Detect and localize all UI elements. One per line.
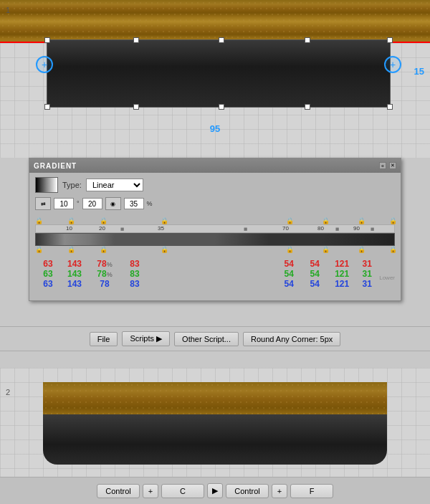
pct-symbol: % <box>147 200 153 207</box>
diamond-1: ◆ <box>119 225 127 233</box>
handle-bot-mid1[interactable] <box>133 104 139 110</box>
ctrl-btn-reverse[interactable]: ⇄ <box>35 197 51 210</box>
panel-close-btn[interactable]: ✕ <box>389 162 396 169</box>
type-row: Type: Linear Radial <box>35 177 395 193</box>
scripts-button[interactable]: Scripts ▶ <box>122 331 170 346</box>
panel-collapse-btn[interactable]: « <box>379 162 386 169</box>
round-corner-button[interactable]: Round Any Corner: 5px <box>243 332 340 346</box>
ruler-tick-0: 🔒 <box>35 217 43 224</box>
val-b1: 63 <box>35 279 61 289</box>
val-r7: 121 <box>328 259 356 269</box>
dot-overlay-top <box>0 0 430 43</box>
val-g4: 83 <box>121 269 148 279</box>
canvas-label-2: 2 <box>6 388 10 396</box>
toolbar: File Scripts ▶ Other Script... Round Any… <box>0 326 430 351</box>
row-label-lower: Lower <box>379 275 395 281</box>
circle-handle-right[interactable] <box>384 56 401 73</box>
ruler-tick-80: 🔒 <box>322 217 330 224</box>
val-b6: 54 <box>302 279 328 289</box>
val-r3: 78 <box>97 259 106 269</box>
footer-bar: Control + C ▶ Control + F <box>0 477 430 504</box>
val-g5: 54 <box>276 269 302 279</box>
color-col-1: 63 63 63 <box>35 259 61 296</box>
file-button[interactable]: File <box>90 332 118 346</box>
ruler-num-90: 90 <box>353 225 360 232</box>
ctrl1-key[interactable]: Control <box>97 484 140 498</box>
bottom-stop-row: 🔒 🔒 🔒 🔒 🔒 🔒 🔒 🔒 <box>35 246 395 256</box>
canvas-label-1: 1 <box>6 6 10 14</box>
top-stop-row: 🔒 🔒 🔒 🔒 🔒 🔒 🔒 🔒 <box>35 213 395 224</box>
val-g1: 63 <box>35 269 61 279</box>
value-field-1[interactable] <box>54 198 74 209</box>
color-values-section: 63 63 63 143 143 143 78% 78% 78 83 83 <box>35 259 395 296</box>
color-col-8: 31 31 31 <box>356 259 378 296</box>
bot-stop-0: 🔒 <box>35 246 43 253</box>
gradient-slider-area: 🔒 🔒 🔒 🔒 🔒 🔒 🔒 🔒 10 20 35 70 80 90 ◆ <box>35 213 395 256</box>
ctrl2-key[interactable]: Control <box>226 484 269 498</box>
f-key[interactable]: F <box>290 484 333 498</box>
ruler-tick-35: 🔒 <box>161 217 168 224</box>
diamond-4: ◆ <box>369 225 377 233</box>
scripts-label: Scripts <box>130 334 154 343</box>
ruler-tick-90: 🔒 <box>358 217 366 224</box>
ruler-numbers: 10 20 35 70 80 90 ◆ ◆ ◆ ◆ <box>35 224 395 233</box>
val-r6: 54 <box>302 259 328 269</box>
value-field-2[interactable] <box>124 198 144 209</box>
ruler-num-70: 70 <box>282 225 289 232</box>
gradient-preview-swatch[interactable] <box>35 177 58 193</box>
pct-r: % <box>107 261 113 268</box>
c-key[interactable]: C <box>161 484 204 498</box>
handle-bot-right[interactable] <box>387 104 393 110</box>
label-95: 95 <box>210 123 220 134</box>
handle-top-right[interactable] <box>387 37 393 43</box>
val-r5: 54 <box>276 259 302 269</box>
panel-title: GRADIENT <box>34 162 77 170</box>
handle-top-mid2[interactable] <box>219 37 224 43</box>
color-col-7: 121 121 121 <box>328 259 356 296</box>
handle-bot-mid3[interactable] <box>305 104 310 110</box>
handle-top-mid3[interactable] <box>305 37 310 43</box>
color-col-3: 78% 78% 78 <box>88 259 121 296</box>
handle-top-left[interactable] <box>44 37 50 43</box>
bot-stop-2: 🔒 <box>100 246 108 253</box>
plus1-sym: + <box>143 484 158 498</box>
bot-stop-4: 🔒 <box>286 246 294 253</box>
ruler-tick-100: 🔒 <box>389 217 397 224</box>
val-g2: 143 <box>61 269 88 279</box>
other-script-button[interactable]: Other Script... <box>174 332 239 346</box>
type-select[interactable]: Linear Radial <box>86 179 143 191</box>
bot-stop-1: 🔒 <box>67 246 75 253</box>
wood-texture-top <box>0 0 430 43</box>
val-g6: 54 <box>302 269 328 279</box>
bot-stop-3: 🔒 <box>161 246 168 253</box>
val-r4: 83 <box>121 259 148 269</box>
selection-overlay <box>47 39 391 108</box>
handle-bot-mid2[interactable] <box>219 104 224 110</box>
panel-body: Type: Linear Radial ⇄ ° ◉ % 🔒 🔒 🔒 🔒 <box>29 173 401 300</box>
val-b8: 31 <box>356 279 378 289</box>
type-label: Type: <box>62 181 82 189</box>
ruler-num-20: 20 <box>99 225 105 232</box>
val-b3: 78 <box>100 279 109 289</box>
top-canvas: 1 95 15 <box>0 0 430 158</box>
panel-controls: « ✕ <box>379 162 396 169</box>
canvas-content: 1 95 15 <box>0 0 430 158</box>
circle-handle-left[interactable] <box>36 56 53 73</box>
panel-titlebar: GRADIENT « ✕ <box>29 158 401 173</box>
row-labels: Lower <box>379 259 395 296</box>
bot-stop-6: 🔒 <box>358 246 366 253</box>
handle-top-mid1[interactable] <box>133 37 139 43</box>
bot-stop-5: 🔒 <box>322 246 330 253</box>
handle-bot-left[interactable] <box>44 104 50 110</box>
diamond-2: ◆ <box>242 225 250 233</box>
val-b7: 121 <box>328 279 356 289</box>
ctrl-btn-angle[interactable]: ◉ <box>105 197 121 210</box>
degree-symbol: ° <box>77 200 80 207</box>
controls-row: ⇄ ° ◉ % <box>35 197 395 210</box>
ruler-num-35: 35 <box>158 225 164 232</box>
gradient-track[interactable] <box>35 233 395 246</box>
val-b2: 143 <box>61 279 88 289</box>
arrow-sym: ▶ <box>207 483 223 498</box>
angle-field[interactable] <box>82 198 102 209</box>
val-b4: 83 <box>121 279 148 289</box>
